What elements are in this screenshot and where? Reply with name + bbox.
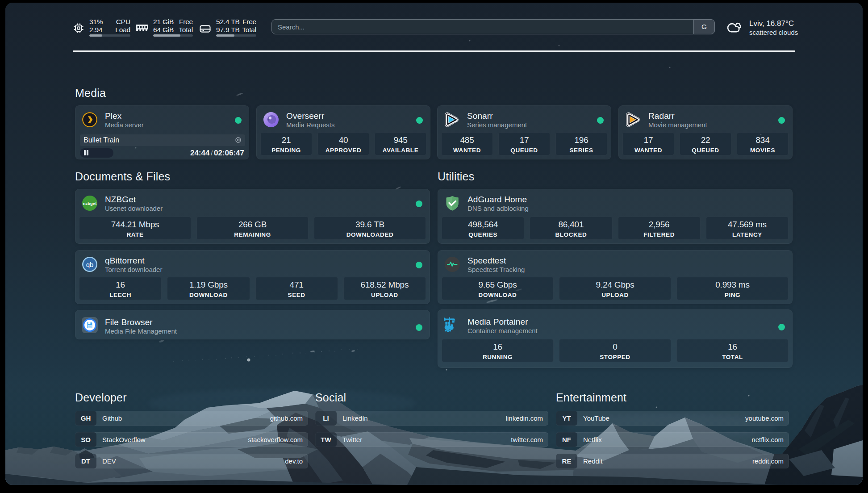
svg-text:nzbget: nzbget — [83, 201, 97, 206]
svg-text:qb: qb — [86, 261, 94, 268]
